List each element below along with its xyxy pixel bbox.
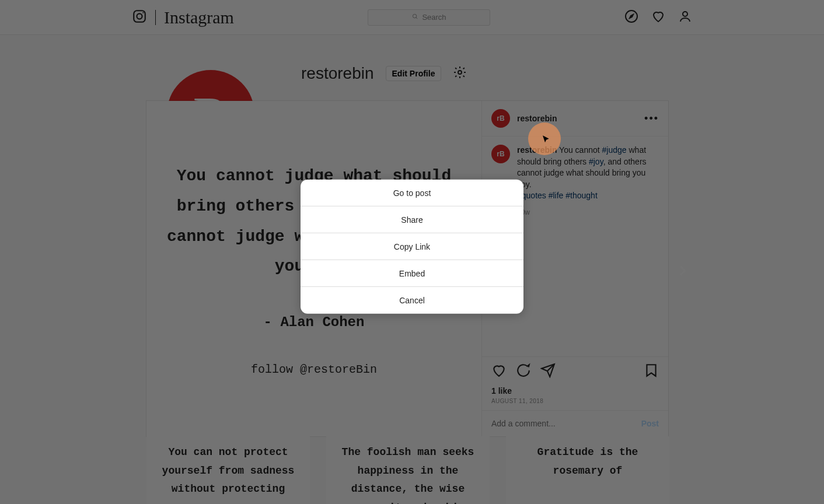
option-cancel[interactable]: Cancel bbox=[301, 287, 523, 314]
option-share[interactable]: Share bbox=[301, 206, 523, 233]
option-embed[interactable]: Embed bbox=[301, 260, 523, 287]
post-options-dialog: Go to post Share Copy Link Embed Cancel bbox=[301, 180, 523, 314]
option-go-to-post[interactable]: Go to post bbox=[301, 180, 523, 206]
option-copy-link[interactable]: Copy Link bbox=[301, 233, 523, 260]
